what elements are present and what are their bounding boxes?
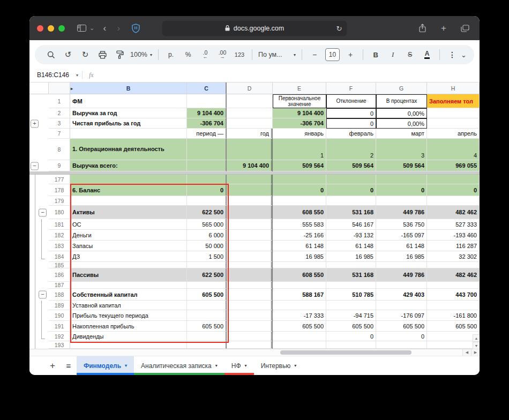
cell-F178[interactable]: 0 <box>326 184 376 196</box>
number-format-button[interactable]: 123 <box>233 48 246 61</box>
collapse-toolbar-icon[interactable]: ⌄ <box>461 51 467 59</box>
cell-D180[interactable] <box>227 206 273 219</box>
row-number[interactable]: 1 <box>49 94 70 108</box>
cell-H179[interactable] <box>427 196 480 206</box>
row-number[interactable]: 177 <box>49 175 70 184</box>
column-header-D[interactable]: D <box>227 82 273 94</box>
cell-F190[interactable]: -94 715 <box>326 310 376 321</box>
column-header-C[interactable]: C <box>187 82 227 94</box>
cell-D190[interactable] <box>227 310 273 321</box>
cell-H9[interactable]: 969 055 <box>427 160 480 171</box>
cell-G178[interactable]: 0 <box>376 184 427 196</box>
cell-G190[interactable]: -176 097 <box>376 310 427 321</box>
cell-E180[interactable]: 608 550 <box>273 206 326 219</box>
italic-button[interactable]: I <box>386 48 399 61</box>
cell-H193[interactable] <box>427 341 480 349</box>
cell-E8[interactable]: 1 <box>273 139 326 160</box>
cell-D192[interactable] <box>227 332 273 341</box>
cell-F186[interactable]: 531 168 <box>326 268 376 282</box>
cell-B179[interactable] <box>70 196 187 206</box>
cell-H184[interactable]: 32 302 <box>427 251 480 262</box>
cell-E191[interactable]: 605 500 <box>273 321 326 332</box>
cell-E193[interactable] <box>273 341 326 349</box>
name-box[interactable]: B146:C146 ▾ <box>37 71 79 79</box>
cell-G184[interactable]: 16 985 <box>376 251 427 262</box>
cell-B180[interactable]: Активы <box>70 206 187 219</box>
cell-C185[interactable] <box>187 262 227 268</box>
cell-F189[interactable] <box>326 301 376 310</box>
cell-H2[interactable] <box>427 108 480 118</box>
cell-F188[interactable]: 510 785 <box>326 289 376 301</box>
row-number[interactable]: 182 <box>49 230 70 241</box>
shield-extension-icon[interactable] <box>129 21 143 35</box>
cell-G3[interactable]: 0,00% <box>376 118 427 129</box>
decrease-decimals-button[interactable]: .0← <box>199 48 212 61</box>
cell-C179[interactable] <box>187 196 227 206</box>
cell-F193[interactable] <box>326 341 376 349</box>
cell-F7[interactable]: февраль <box>326 129 376 139</box>
decrease-font-size-button[interactable]: − <box>308 48 321 61</box>
cell-F184[interactable]: 16 985 <box>326 251 376 262</box>
cell-B182[interactable]: Деньги <box>70 230 187 241</box>
cell-C181[interactable]: 565 000 <box>187 219 227 230</box>
row-number[interactable]: 192 <box>49 332 70 341</box>
row-number[interactable]: 191 <box>49 321 70 332</box>
row-number[interactable]: 8 <box>49 139 70 160</box>
cell-E178[interactable]: 0 <box>273 184 326 196</box>
cell-E190[interactable]: -17 333 <box>273 310 326 321</box>
sheet-tab-НФ[interactable]: НФ▾ <box>224 356 254 375</box>
cell-F182[interactable]: -93 132 <box>326 230 376 241</box>
cell-D181[interactable] <box>227 219 273 230</box>
cell-F185[interactable] <box>326 262 376 268</box>
cell-D179[interactable] <box>227 196 273 206</box>
cell-B189[interactable]: Уставной капитал <box>70 301 187 310</box>
cell-E183[interactable]: 61 148 <box>273 241 326 251</box>
cell-G181[interactable]: 536 750 <box>376 219 427 230</box>
cell-F179[interactable] <box>326 196 376 206</box>
cell-H7[interactable]: апрель <box>427 129 480 139</box>
cell-E7[interactable]: январь <box>273 129 326 139</box>
cell-H181[interactable]: 527 333 <box>427 219 480 230</box>
cell-B184[interactable]: ДЗ <box>70 251 187 262</box>
cell-E2[interactable]: 9 104 400 <box>273 108 326 118</box>
cell-B190[interactable]: Прибыль текущего периода <box>70 310 187 321</box>
cell-H180[interactable]: 482 462 <box>427 206 480 219</box>
cell-D186[interactable] <box>227 268 273 282</box>
hidden-column-indicator-icon[interactable]: ▸ <box>71 86 73 91</box>
cell-F180[interactable]: 531 168 <box>326 206 376 219</box>
cell-H187[interactable] <box>427 282 480 289</box>
more-options-icon[interactable]: ⋮ <box>446 48 459 61</box>
cell-E184[interactable]: 16 985 <box>273 251 326 262</box>
cell-D193[interactable] <box>227 341 273 349</box>
cell-G7[interactable]: март <box>376 129 427 139</box>
cell-D9[interactable]: 9 104 400 <box>227 160 273 171</box>
collapse-group-button[interactable]: − <box>39 291 47 299</box>
cell-B186[interactable]: Пассивы <box>70 268 187 282</box>
scroll-down-icon[interactable]: ▼ <box>473 342 480 349</box>
cell-D184[interactable] <box>227 251 273 262</box>
cell-D191[interactable] <box>227 321 273 332</box>
cell-D7[interactable]: год <box>227 129 273 139</box>
row-number[interactable]: 188 <box>49 289 70 301</box>
cell-B8[interactable]: 1. Операционная деятельность <box>70 139 187 160</box>
all-sheets-menu-icon[interactable]: ≡ <box>61 356 77 375</box>
row-number[interactable]: 183 <box>49 241 70 251</box>
sidebar-toggle-icon[interactable] <box>74 21 88 35</box>
sheet-tab-Интервью[interactable]: Интервью▾ <box>254 356 304 375</box>
row-number[interactable]: 2 <box>49 108 70 118</box>
font-size-input[interactable]: 10 <box>325 48 340 61</box>
collapse-group-button[interactable]: − <box>31 162 39 170</box>
forward-button[interactable]: › <box>111 21 125 35</box>
redo-icon[interactable]: ↻ <box>79 48 92 61</box>
cell-D177[interactable] <box>227 175 273 184</box>
increase-decimals-button[interactable]: .00→ <box>216 48 229 61</box>
cell-C180[interactable]: 622 500 <box>187 206 227 219</box>
cell-G192[interactable]: 0 <box>376 332 427 341</box>
close-window-button[interactable] <box>37 25 43 32</box>
scroll-up-icon[interactable]: ▲ <box>473 334 480 342</box>
cell-H1[interactable]: Заполняем тол <box>427 94 480 108</box>
cell-C8[interactable] <box>187 139 227 160</box>
sidebar-menu-chevron-icon[interactable]: ⌄ <box>89 25 94 32</box>
cell-G2[interactable]: 0,00% <box>376 108 427 118</box>
row-number[interactable]: 9 <box>49 160 70 171</box>
